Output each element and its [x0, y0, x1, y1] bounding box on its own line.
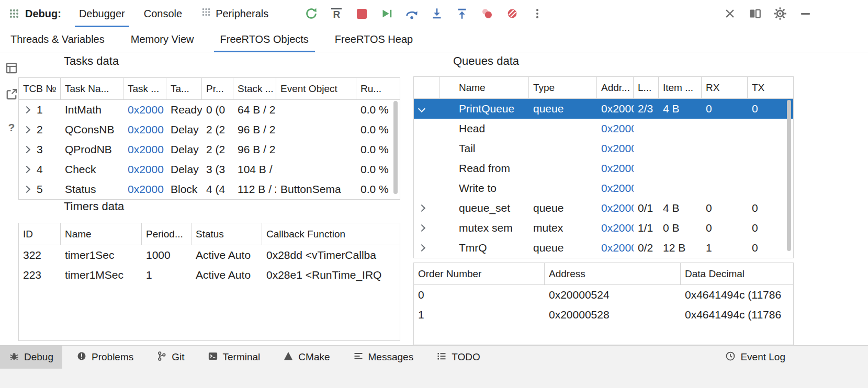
- tab-freertos-heap[interactable]: FreeRTOS Heap: [329, 27, 419, 52]
- column-header[interactable]: Period...: [142, 223, 191, 245]
- expand-chevron-icon[interactable]: [23, 186, 30, 193]
- data-decimal-cell: 0x4641494c (11786: [681, 309, 793, 321]
- collapse-chevron-icon[interactable]: [418, 105, 425, 112]
- task-handle-cell[interactable]: 0x2000: [123, 183, 166, 196]
- toolwindow-messages-label: Messages: [368, 351, 414, 363]
- tab-freertos-objects[interactable]: FreeRTOS Objects: [214, 27, 315, 52]
- column-header[interactable]: Task Na...: [61, 78, 123, 99]
- task-handle-cell[interactable]: 0x2000: [123, 163, 166, 176]
- column-header[interactable]: TX: [748, 77, 793, 98]
- step-into-icon[interactable]: [424, 2, 449, 25]
- tab-console[interactable]: Console: [134, 0, 191, 27]
- view-breakpoints-icon[interactable]: [475, 2, 500, 25]
- queue-row[interactable]: queue_setqueue0x20000/14 B00: [414, 198, 793, 218]
- toolwindow-todo[interactable]: TODO: [427, 346, 489, 369]
- memory-row[interactable]: 10x200005280x4641494c (11786: [414, 305, 793, 325]
- column-header[interactable]: Address: [545, 263, 681, 284]
- resume-icon[interactable]: [374, 2, 399, 25]
- toolwindow-git[interactable]: Git: [148, 346, 193, 369]
- column-header[interactable]: Event Object: [276, 78, 356, 99]
- expand-chevron-icon[interactable]: [418, 224, 425, 232]
- tasks-row[interactable]: 3QProdNB0x2000Delay2 (296 B / 20.0 %: [19, 140, 400, 159]
- tasks-scrollbar[interactable]: [392, 101, 399, 197]
- task-handle-cell[interactable]: 0x2000: [123, 123, 166, 136]
- column-header[interactable]: Type: [529, 77, 597, 98]
- expand-chevron-icon[interactable]: [23, 166, 30, 173]
- toolwindow-problems[interactable]: Problems: [67, 346, 142, 369]
- more-icon[interactable]: [525, 2, 550, 25]
- queue-address-cell[interactable]: 0x2000: [597, 182, 634, 195]
- queue-address-cell[interactable]: 0x2000: [597, 142, 634, 155]
- mute-breakpoints-icon[interactable]: [500, 2, 525, 25]
- tasks-row[interactable]: 5Status0x2000Block4 (4112 B / 2ButtonSem…: [19, 179, 400, 199]
- task-handle-cell[interactable]: 0x2000: [123, 104, 166, 116]
- queue-address-cell[interactable]: 0x2000: [597, 122, 634, 135]
- column-header[interactable]: Ru...: [356, 78, 390, 99]
- queue-address-cell[interactable]: 0x2000: [597, 222, 634, 234]
- memory-row[interactable]: 00x200005240x4641494c (11786: [414, 285, 793, 305]
- tab-peripherals[interactable]: Peripherals: [191, 0, 278, 27]
- column-header[interactable]: L...: [634, 77, 659, 98]
- stop-icon[interactable]: [349, 2, 374, 25]
- step-over-icon[interactable]: [399, 2, 424, 25]
- queue-row[interactable]: PrintQueuequeue0x20002/34 B00: [414, 99, 793, 119]
- queue-address-cell[interactable]: 0x2000: [597, 242, 634, 254]
- timers-row[interactable]: 322timer1Sec1000Active Auto0x28dd <vTime…: [19, 245, 400, 265]
- settings-icon[interactable]: [768, 2, 793, 25]
- toolwindow-messages[interactable]: Messages: [344, 346, 423, 369]
- expand-chevron-icon[interactable]: [23, 106, 30, 113]
- toolwindow-debug[interactable]: Debug: [0, 346, 62, 369]
- column-header[interactable]: Ta...: [166, 78, 202, 99]
- toolwindow-terminal[interactable]: Terminal: [199, 346, 269, 369]
- column-header[interactable]: Name: [440, 77, 529, 98]
- hide-icon[interactable]: [793, 2, 818, 25]
- tab-debugger[interactable]: Debugger: [70, 0, 134, 27]
- column-header[interactable]: Task ...: [123, 78, 166, 99]
- column-header[interactable]: RX: [702, 77, 748, 98]
- queue-detail-row[interactable]: Head0x2000: [414, 119, 793, 139]
- column-header[interactable]: Addr...: [597, 77, 634, 98]
- rerun-icon[interactable]: [299, 2, 324, 25]
- column-header[interactable]: Item ...: [659, 77, 702, 98]
- queue-detail-row[interactable]: Tail0x2000: [414, 139, 793, 158]
- expand-chevron-icon[interactable]: [418, 244, 425, 252]
- expand-chevron-icon[interactable]: [23, 146, 30, 153]
- column-header[interactable]: Pr...: [202, 78, 233, 99]
- expand-chevron-icon[interactable]: [418, 204, 425, 212]
- task-handle-cell[interactable]: 0x2000: [123, 143, 166, 156]
- toolwindow-event-log[interactable]: Event Log: [721, 346, 790, 369]
- queue-row[interactable]: TmrQqueue0x20000/212 B10: [414, 238, 793, 258]
- restore-layout-icon[interactable]: [4, 61, 19, 75]
- queue-detail-row[interactable]: Write to0x2000: [414, 178, 793, 198]
- column-header[interactable]: Order Number: [414, 263, 545, 284]
- queue-address-cell[interactable]: 0x2000: [597, 202, 634, 214]
- queue-row[interactable]: mutex semmutex0x20001/10 B00: [414, 218, 793, 238]
- export-icon[interactable]: [4, 87, 19, 101]
- column-header[interactable]: Status: [191, 223, 262, 245]
- column-header[interactable]: ID: [19, 223, 61, 245]
- queue-address-cell[interactable]: 0x2000: [597, 162, 634, 175]
- column-header[interactable]: Data Decimal: [681, 263, 793, 284]
- step-out-icon[interactable]: [449, 2, 475, 25]
- expand-chevron-icon[interactable]: [23, 126, 30, 133]
- tasks-row[interactable]: 4Check0x2000Delay3 (3104 B / 20.0 %: [19, 159, 400, 179]
- column-header[interactable]: Name: [61, 223, 142, 245]
- queue-address-cell[interactable]: 0x2000: [597, 102, 634, 115]
- drag-handle-icon[interactable]: [6, 2, 22, 25]
- tab-memory-view[interactable]: Memory View: [125, 27, 200, 52]
- tasks-row[interactable]: 1IntMath0x2000Ready0 (064 B / 20.0 %: [19, 100, 400, 120]
- close-icon[interactable]: [717, 2, 742, 25]
- queue-detail-row[interactable]: Read from0x2000: [414, 158, 793, 178]
- tab-threads-variables[interactable]: Threads & Variables: [4, 27, 111, 52]
- reset-icon[interactable]: R: [324, 2, 349, 25]
- column-header[interactable]: [414, 77, 440, 98]
- timers-row[interactable]: 223timer1MSec1Active Auto0x28e1 <RunTime…: [19, 265, 400, 285]
- column-header[interactable]: Callback Function: [262, 223, 401, 245]
- tasks-row[interactable]: 2QConsNB0x2000Delay2 (296 B / 20.0 %: [19, 120, 400, 140]
- column-header[interactable]: TCB №: [19, 78, 61, 99]
- toolwindow-cmake[interactable]: CMake: [274, 346, 339, 369]
- queues-scrollbar[interactable]: [786, 100, 792, 256]
- column-header[interactable]: Stack ...: [233, 78, 276, 99]
- layout-icon[interactable]: [742, 2, 768, 25]
- help-icon[interactable]: ?: [4, 120, 19, 135]
